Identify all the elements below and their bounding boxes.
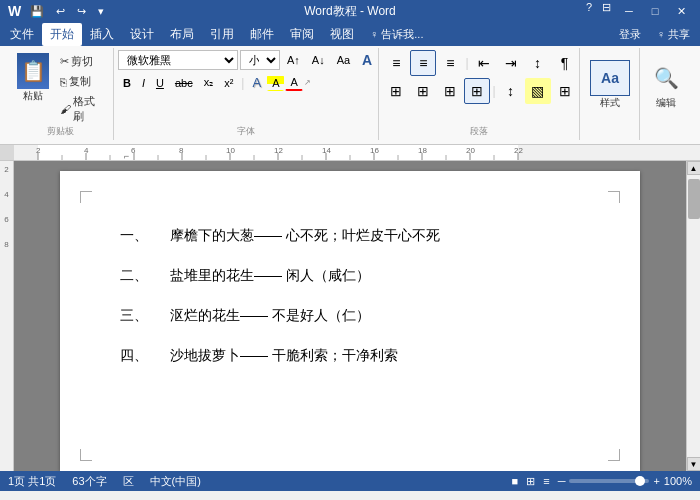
language-indicator: 中文(中国) bbox=[150, 474, 201, 489]
doc-scroll[interactable]: 一、 摩檐下的大葱—— 心不死；叶烂皮干心不死 二、 盐堆里的花生—— 闲人（咸… bbox=[14, 161, 686, 471]
borders-btn[interactable]: ⊞ bbox=[552, 78, 578, 104]
align-right-btn[interactable]: ⊞ bbox=[437, 78, 463, 104]
show-formatting-btn[interactable]: ¶ bbox=[552, 50, 578, 76]
multilevel-btn[interactable]: ≡ bbox=[437, 50, 463, 76]
zoom-thumb bbox=[635, 476, 645, 486]
underline-btn[interactable]: U bbox=[151, 75, 169, 91]
scroll-up-btn[interactable]: ▲ bbox=[687, 161, 701, 175]
font-adjust-btn[interactable]: A bbox=[357, 50, 377, 70]
decrease-indent-btn[interactable]: ⇤ bbox=[471, 50, 497, 76]
search-editing-btn[interactable]: 🔍 编辑 bbox=[644, 58, 688, 112]
svg-text:16: 16 bbox=[370, 146, 379, 155]
zoom-minus-btn[interactable]: ─ bbox=[558, 475, 566, 487]
redo-btn[interactable]: ↪ bbox=[74, 4, 89, 19]
justify-btn[interactable]: ⊞ bbox=[464, 78, 490, 104]
font-size-select[interactable]: 小四 bbox=[240, 50, 280, 70]
sort-btn[interactable]: ↕ bbox=[525, 50, 551, 76]
zoom-track[interactable] bbox=[569, 479, 649, 483]
menu-item-mailings[interactable]: 邮件 bbox=[242, 23, 282, 46]
vertical-scrollbar[interactable]: ▲ ▼ bbox=[686, 161, 700, 471]
svg-text:6: 6 bbox=[131, 146, 136, 155]
bullets-btn[interactable]: ≡ bbox=[383, 50, 409, 76]
decrease-font-btn[interactable]: A↓ bbox=[307, 52, 330, 68]
ribbon-toggle[interactable]: ⊟ bbox=[599, 0, 614, 22]
svg-text:4: 4 bbox=[84, 146, 89, 155]
share-btn[interactable]: ♀ 共享 bbox=[649, 24, 698, 45]
cut-button[interactable]: ✂剪切 bbox=[56, 52, 109, 71]
paste-button[interactable]: 📋 粘贴 bbox=[12, 50, 54, 126]
qa-dropdown[interactable]: ▾ bbox=[95, 4, 107, 19]
menu-item-references[interactable]: 引用 bbox=[202, 23, 242, 46]
paragraph-section: ≡ ≡ ≡ | ⇤ ⇥ ↕ ¶ ⊞ ⊞ ⊞ ⊞ | ↕ ▧ ⊞ bbox=[379, 48, 580, 140]
line-spacing-btn[interactable]: ↕ bbox=[498, 78, 524, 104]
font-name-select[interactable]: 微软雅黑 bbox=[118, 50, 238, 70]
menu-item-review[interactable]: 审阅 bbox=[282, 23, 322, 46]
line-num-4: 四、 bbox=[120, 341, 150, 369]
line-text-4: 沙地拔萝卜—— 干脆利索；干净利索 bbox=[170, 341, 398, 369]
svg-text:12: 12 bbox=[274, 146, 283, 155]
doc-line-1: 一、 摩檐下的大葱—— 心不死；叶烂皮干心不死 bbox=[120, 221, 580, 249]
close-btn[interactable]: ✕ bbox=[670, 0, 692, 22]
page-corner-br bbox=[608, 449, 620, 461]
clear-format-btn[interactable]: Aa bbox=[332, 52, 355, 68]
page-corner-tr bbox=[608, 191, 620, 203]
italic-btn[interactable]: I bbox=[137, 75, 150, 91]
format-painter-button[interactable]: 🖌格式刷 bbox=[56, 92, 109, 126]
styles-section: Aa 样式 bbox=[580, 48, 640, 140]
increase-indent-btn[interactable]: ⇥ bbox=[498, 50, 524, 76]
quick-save[interactable]: 💾 bbox=[27, 4, 47, 19]
line-num-1: 一、 bbox=[120, 221, 150, 249]
superscript-btn[interactable]: x² bbox=[219, 75, 238, 91]
zoom-control[interactable]: ─ + 100% bbox=[558, 475, 692, 487]
maximize-btn[interactable]: □ bbox=[644, 0, 666, 22]
menu-item-home[interactable]: 开始 bbox=[42, 23, 82, 46]
strikethrough-btn[interactable]: abc bbox=[170, 75, 198, 91]
format-painter-icon: 🖌 bbox=[60, 103, 71, 115]
view-outline-btn[interactable]: ≡ bbox=[543, 475, 549, 487]
signin-btn[interactable]: 登录 bbox=[611, 24, 649, 45]
zoom-plus-btn[interactable]: + bbox=[653, 475, 659, 487]
copy-button[interactable]: ⎘复制 bbox=[56, 72, 109, 91]
svg-text:18: 18 bbox=[418, 146, 427, 155]
svg-text:10: 10 bbox=[226, 146, 235, 155]
svg-text:⌐: ⌐ bbox=[124, 151, 129, 160]
line-text-1: 摩檐下的大葱—— 心不死；叶烂皮干心不死 bbox=[170, 221, 440, 249]
doc-line-4: 四、 沙地拔萝卜—— 干脆利索；干净利索 bbox=[120, 341, 580, 369]
undo-btn[interactable]: ↩ bbox=[53, 4, 68, 19]
view-normal-btn[interactable]: ■ bbox=[512, 475, 519, 487]
subscript-btn[interactable]: x₂ bbox=[199, 74, 219, 91]
minimize-btn[interactable]: ─ bbox=[618, 0, 640, 22]
scroll-thumb[interactable] bbox=[688, 179, 700, 219]
font-color-btn[interactable]: A bbox=[285, 74, 302, 91]
page-corner-bl bbox=[80, 449, 92, 461]
help-icon[interactable]: ? bbox=[583, 0, 595, 22]
view-web-btn[interactable]: ⊞ bbox=[526, 475, 535, 488]
window-title: Word教程 - Word bbox=[304, 3, 396, 20]
doc-line-2: 二、 盐堆里的花生—— 闲人（咸仁） bbox=[120, 261, 580, 289]
shading-btn[interactable]: ▧ bbox=[525, 78, 551, 104]
text-highlight-btn[interactable]: A bbox=[267, 75, 284, 91]
svg-text:2: 2 bbox=[36, 146, 41, 155]
page-count: 1页 共1页 bbox=[8, 474, 56, 489]
align-center-btn[interactable]: ⊞ bbox=[410, 78, 436, 104]
align-left-btn[interactable]: ⊞ bbox=[383, 78, 409, 104]
scroll-down-btn[interactable]: ▼ bbox=[687, 457, 701, 471]
menu-item-insert[interactable]: 插入 bbox=[82, 23, 122, 46]
menu-item-help[interactable]: ♀ 告诉我... bbox=[362, 24, 431, 45]
menu-item-design[interactable]: 设计 bbox=[122, 23, 162, 46]
copy-icon: ⎘ bbox=[60, 76, 67, 88]
text-effect-btn[interactable]: A bbox=[247, 73, 266, 92]
styles-button[interactable]: Aa 样式 bbox=[586, 58, 634, 112]
status-bar: 1页 共1页 63个字 区 中文(中国) ■ ⊞ ≡ ─ + 100% bbox=[0, 471, 700, 491]
increase-font-btn[interactable]: A↑ bbox=[282, 52, 305, 68]
horizontal-ruler: 2 4 6 8 10 12 14 16 18 bbox=[0, 145, 700, 161]
menu-item-layout[interactable]: 布局 bbox=[162, 23, 202, 46]
document-area: 2 4 6 8 一、 摩檐下的大葱—— 心不死；叶烂皮干心不死 二、 盐堆里的花… bbox=[0, 161, 700, 471]
menu-item-view[interactable]: 视图 bbox=[322, 23, 362, 46]
font-label: 字体 bbox=[114, 125, 378, 138]
menu-item-file[interactable]: 文件 bbox=[2, 23, 42, 46]
title-left: W 💾 ↩ ↪ ▾ bbox=[8, 3, 107, 19]
bold-btn[interactable]: B bbox=[118, 75, 136, 91]
font-settings-btn[interactable]: ↗ bbox=[304, 78, 311, 87]
numbering-btn[interactable]: ≡ bbox=[410, 50, 436, 76]
